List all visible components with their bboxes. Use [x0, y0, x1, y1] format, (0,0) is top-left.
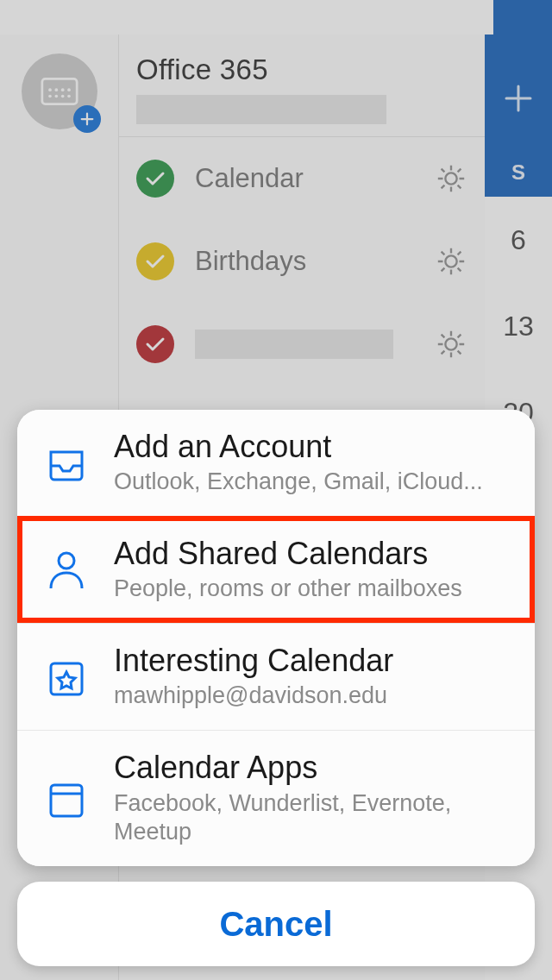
- sheet-item-title: Calendar Apps: [114, 750, 509, 785]
- sheet-item-title: Add an Account: [114, 429, 509, 464]
- inbox-icon: [43, 439, 90, 486]
- sheet-item-subtitle: Facebook, Wunderlist, Evernote, Meetup: [114, 789, 509, 848]
- sheet-item-title: Add Shared Calendars: [114, 536, 509, 571]
- svg-rect-13: [51, 663, 82, 694]
- sheet-item-subtitle: Outlook, Exchange, Gmail, iCloud...: [114, 468, 509, 497]
- svg-rect-14: [51, 785, 82, 816]
- sheet-item-add-shared-calendars[interactable]: Add Shared Calendars People, rooms or ot…: [17, 516, 535, 623]
- sheet-item-subtitle: People, rooms or other mailboxes: [114, 575, 509, 604]
- sheet-item-add-account[interactable]: Add an Account Outlook, Exchange, Gmail,…: [17, 410, 535, 516]
- action-sheet: Add an Account Outlook, Exchange, Gmail,…: [17, 410, 535, 966]
- sheet-item-calendar-apps[interactable]: Calendar Apps Facebook, Wunderlist, Ever…: [17, 730, 535, 866]
- sheet-item-title: Interesting Calendar: [114, 643, 509, 678]
- calendar-app-icon: [43, 776, 90, 822]
- sheet-item-interesting-calendar[interactable]: Interesting Calendar mawhipple@davidson.…: [17, 623, 535, 730]
- cancel-label: Cancel: [219, 905, 332, 944]
- star-calendar-icon: [43, 654, 90, 700]
- cancel-button[interactable]: Cancel: [17, 882, 535, 966]
- sheet-item-subtitle: mawhipple@davidson.edu: [114, 682, 509, 711]
- person-icon: [43, 546, 90, 593]
- svg-point-12: [59, 553, 74, 569]
